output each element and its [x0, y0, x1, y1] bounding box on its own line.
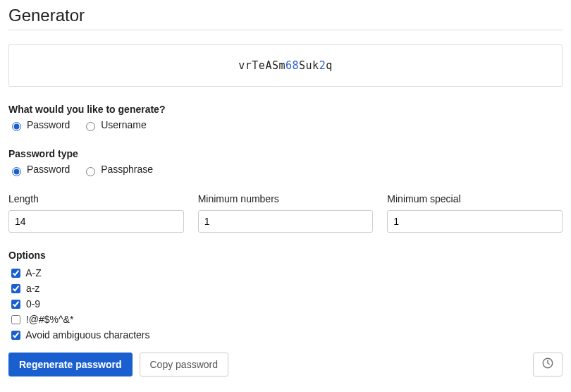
option-lowercase-label: a-z [26, 283, 39, 294]
password-type-passphrase-text: Passphrase [101, 164, 153, 175]
generate-what-username-radio[interactable] [86, 122, 95, 131]
password-type-passphrase[interactable]: Passphrase [82, 164, 153, 175]
option-digits-checkbox[interactable] [11, 300, 20, 309]
option-digits-label: 0-9 [26, 298, 40, 310]
generate-what-password[interactable]: Password [8, 119, 73, 130]
min-numbers-label: Minimum numbers [198, 193, 374, 204]
password-type-password-radio[interactable] [12, 167, 21, 176]
option-special-checkbox[interactable] [11, 315, 20, 324]
clock-icon [541, 357, 554, 372]
length-input[interactable] [8, 210, 184, 233]
option-uppercase-label: A-Z [25, 267, 42, 278]
generate-what-username[interactable]: Username [82, 119, 146, 130]
generate-what-password-text: Password [27, 119, 70, 130]
password-type-label: Password type [8, 148, 563, 159]
options-label: Options [8, 250, 563, 261]
regenerate-button[interactable]: Regenerate password [8, 353, 133, 376]
min-special-input[interactable] [387, 210, 563, 233]
min-numbers-input[interactable] [198, 210, 374, 233]
option-uppercase-checkbox[interactable] [11, 269, 20, 278]
option-lowercase-checkbox[interactable] [11, 284, 20, 293]
min-special-label: Minimum special [387, 193, 563, 204]
password-type-password-text: Password [27, 164, 70, 175]
history-button[interactable] [533, 353, 563, 376]
option-special-label: !@#$%^&* [26, 314, 73, 325]
copy-button[interactable]: Copy password [140, 353, 229, 376]
length-label: Length [8, 193, 184, 204]
page-title: Generator [8, 6, 563, 30]
generate-what-label: What would you like to generate? [8, 104, 563, 115]
password-type-password[interactable]: Password [8, 164, 73, 175]
generated-password: vrTeASm68Suk2q [8, 44, 563, 87]
password-type-passphrase-radio[interactable] [86, 167, 95, 176]
generate-what-password-radio[interactable] [12, 122, 21, 131]
option-ambiguous-label: Avoid ambiguous characters [25, 329, 149, 341]
generate-what-username-text: Username [101, 119, 147, 130]
option-ambiguous-checkbox[interactable] [11, 331, 20, 340]
